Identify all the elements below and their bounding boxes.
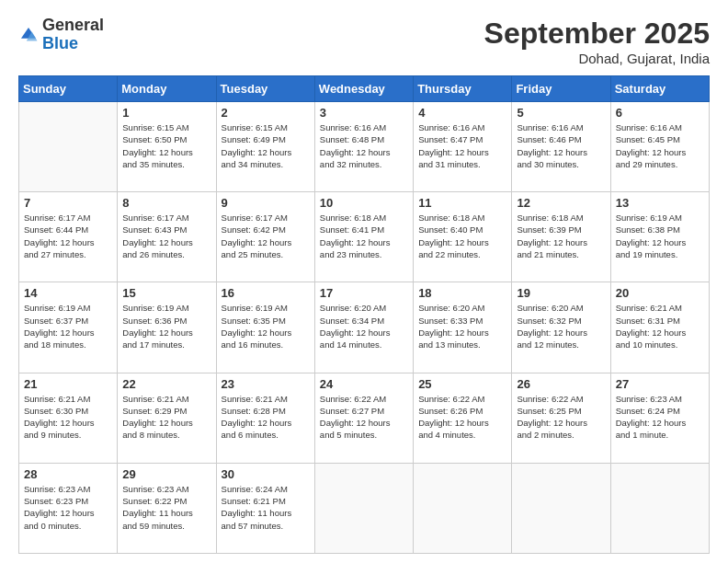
calendar-cell (512, 463, 610, 553)
day-number: 18 (418, 286, 506, 300)
weekday-header-wednesday: Wednesday (314, 76, 413, 102)
day-info: Sunrise: 6:19 AMSunset: 6:35 PMDaylight:… (222, 302, 310, 350)
day-info: Sunrise: 6:17 AMSunset: 6:42 PMDaylight:… (222, 212, 310, 260)
logo-text: General Blue (42, 17, 104, 53)
day-info: Sunrise: 6:20 AMSunset: 6:34 PMDaylight:… (320, 302, 408, 350)
logo-general-text: General (42, 16, 104, 34)
calendar-cell: 22Sunrise: 6:21 AMSunset: 6:29 PMDayligh… (118, 373, 216, 463)
calendar-cell: 7Sunrise: 6:17 AMSunset: 6:44 PMDaylight… (19, 192, 118, 282)
calendar-cell: 11Sunrise: 6:18 AMSunset: 6:40 PMDayligh… (414, 192, 512, 282)
day-info: Sunrise: 6:22 AMSunset: 6:25 PMDaylight:… (517, 393, 605, 442)
calendar-cell: 18Sunrise: 6:20 AMSunset: 6:33 PMDayligh… (414, 282, 512, 373)
calendar-cell: 16Sunrise: 6:19 AMSunset: 6:35 PMDayligh… (216, 282, 314, 373)
day-number: 25 (418, 377, 506, 391)
calendar-cell: 29Sunrise: 6:23 AMSunset: 6:22 PMDayligh… (118, 463, 216, 553)
day-number: 13 (616, 196, 704, 210)
weekday-header-saturday: Saturday (610, 76, 709, 102)
day-info: Sunrise: 6:22 AMSunset: 6:27 PMDaylight:… (320, 393, 408, 442)
day-number: 1 (122, 106, 210, 120)
day-info: Sunrise: 6:21 AMSunset: 6:29 PMDaylight:… (122, 393, 210, 442)
weekday-row: SundayMondayTuesdayWednesdayThursdayFrid… (19, 76, 710, 102)
day-number: 19 (517, 286, 605, 300)
calendar-body: 1Sunrise: 6:15 AMSunset: 6:50 PMDaylight… (19, 102, 710, 554)
day-number: 15 (122, 286, 210, 300)
calendar-cell: 8Sunrise: 6:17 AMSunset: 6:43 PMDaylight… (118, 192, 216, 282)
day-info: Sunrise: 6:16 AMSunset: 6:45 PMDaylight:… (616, 121, 704, 170)
calendar-cell: 10Sunrise: 6:18 AMSunset: 6:41 PMDayligh… (314, 192, 413, 282)
title-block: September 2025 Dohad, Gujarat, India (484, 17, 710, 66)
day-info: Sunrise: 6:17 AMSunset: 6:44 PMDaylight:… (24, 212, 112, 260)
day-number: 28 (24, 467, 112, 481)
day-info: Sunrise: 6:20 AMSunset: 6:33 PMDaylight:… (418, 302, 506, 350)
day-number: 9 (222, 196, 310, 210)
calendar-cell: 19Sunrise: 6:20 AMSunset: 6:32 PMDayligh… (512, 282, 610, 373)
day-number: 8 (122, 196, 210, 210)
logo: General Blue (18, 17, 104, 53)
day-info: Sunrise: 6:21 AMSunset: 6:30 PMDaylight:… (24, 393, 112, 442)
day-number: 24 (320, 377, 408, 391)
day-info: Sunrise: 6:18 AMSunset: 6:39 PMDaylight:… (517, 212, 605, 260)
day-number: 3 (320, 106, 408, 120)
day-number: 4 (418, 106, 506, 120)
day-info: Sunrise: 6:17 AMSunset: 6:43 PMDaylight:… (122, 212, 210, 260)
day-number: 17 (320, 286, 408, 300)
day-number: 21 (24, 377, 112, 391)
calendar-cell: 12Sunrise: 6:18 AMSunset: 6:39 PMDayligh… (512, 192, 610, 282)
day-number: 30 (222, 467, 310, 481)
day-number: 12 (517, 196, 605, 210)
calendar-cell: 14Sunrise: 6:19 AMSunset: 6:37 PMDayligh… (19, 282, 118, 373)
day-number: 11 (418, 196, 506, 210)
day-info: Sunrise: 6:18 AMSunset: 6:41 PMDaylight:… (320, 212, 408, 260)
week-row-5: 28Sunrise: 6:23 AMSunset: 6:23 PMDayligh… (19, 463, 710, 553)
day-info: Sunrise: 6:15 AMSunset: 6:49 PMDaylight:… (222, 121, 310, 170)
day-number: 16 (222, 286, 310, 300)
week-row-2: 7Sunrise: 6:17 AMSunset: 6:44 PMDaylight… (19, 192, 710, 282)
day-number: 14 (24, 286, 112, 300)
page: General Blue September 2025 Dohad, Gujar… (0, 0, 728, 563)
calendar-cell: 28Sunrise: 6:23 AMSunset: 6:23 PMDayligh… (19, 463, 118, 553)
day-number: 29 (122, 467, 210, 481)
day-number: 23 (222, 377, 310, 391)
calendar-cell (610, 463, 709, 553)
day-info: Sunrise: 6:23 AMSunset: 6:23 PMDaylight:… (24, 483, 112, 532)
location: Dohad, Gujarat, India (484, 51, 710, 66)
day-number: 26 (517, 377, 605, 391)
calendar-table: SundayMondayTuesdayWednesdayThursdayFrid… (18, 75, 710, 554)
calendar-cell: 26Sunrise: 6:22 AMSunset: 6:25 PMDayligh… (512, 373, 610, 463)
day-info: Sunrise: 6:23 AMSunset: 6:22 PMDaylight:… (122, 483, 210, 532)
week-row-4: 21Sunrise: 6:21 AMSunset: 6:30 PMDayligh… (19, 373, 710, 463)
day-info: Sunrise: 6:19 AMSunset: 6:36 PMDaylight:… (122, 302, 210, 350)
header: General Blue September 2025 Dohad, Gujar… (18, 17, 710, 66)
calendar-cell: 15Sunrise: 6:19 AMSunset: 6:36 PMDayligh… (118, 282, 216, 373)
calendar-cell: 9Sunrise: 6:17 AMSunset: 6:42 PMDaylight… (216, 192, 314, 282)
logo-blue-text: Blue (42, 34, 78, 52)
day-number: 20 (616, 286, 704, 300)
day-info: Sunrise: 6:21 AMSunset: 6:31 PMDaylight:… (616, 302, 704, 350)
day-number: 5 (517, 106, 605, 120)
calendar-cell: 21Sunrise: 6:21 AMSunset: 6:30 PMDayligh… (19, 373, 118, 463)
day-info: Sunrise: 6:16 AMSunset: 6:48 PMDaylight:… (320, 121, 408, 170)
calendar-cell: 13Sunrise: 6:19 AMSunset: 6:38 PMDayligh… (610, 192, 709, 282)
weekday-header-friday: Friday (512, 76, 610, 102)
day-info: Sunrise: 6:21 AMSunset: 6:28 PMDaylight:… (222, 393, 310, 442)
calendar-header: SundayMondayTuesdayWednesdayThursdayFrid… (19, 76, 710, 102)
day-info: Sunrise: 6:16 AMSunset: 6:47 PMDaylight:… (418, 121, 506, 170)
week-row-3: 14Sunrise: 6:19 AMSunset: 6:37 PMDayligh… (19, 282, 710, 373)
calendar-cell: 25Sunrise: 6:22 AMSunset: 6:26 PMDayligh… (414, 373, 512, 463)
weekday-header-sunday: Sunday (19, 76, 118, 102)
calendar-cell: 23Sunrise: 6:21 AMSunset: 6:28 PMDayligh… (216, 373, 314, 463)
calendar-cell: 5Sunrise: 6:16 AMSunset: 6:46 PMDaylight… (512, 102, 610, 192)
month-title: September 2025 (484, 17, 710, 51)
day-info: Sunrise: 6:16 AMSunset: 6:46 PMDaylight:… (517, 121, 605, 170)
day-info: Sunrise: 6:15 AMSunset: 6:50 PMDaylight:… (122, 121, 210, 170)
weekday-header-thursday: Thursday (414, 76, 512, 102)
day-info: Sunrise: 6:19 AMSunset: 6:37 PMDaylight:… (24, 302, 112, 350)
day-number: 27 (616, 377, 704, 391)
calendar-cell: 27Sunrise: 6:23 AMSunset: 6:24 PMDayligh… (610, 373, 709, 463)
calendar-cell (19, 102, 118, 192)
logo-icon (18, 25, 39, 45)
weekday-header-monday: Monday (118, 76, 216, 102)
day-number: 10 (320, 196, 408, 210)
weekday-header-tuesday: Tuesday (216, 76, 314, 102)
calendar-cell: 20Sunrise: 6:21 AMSunset: 6:31 PMDayligh… (610, 282, 709, 373)
